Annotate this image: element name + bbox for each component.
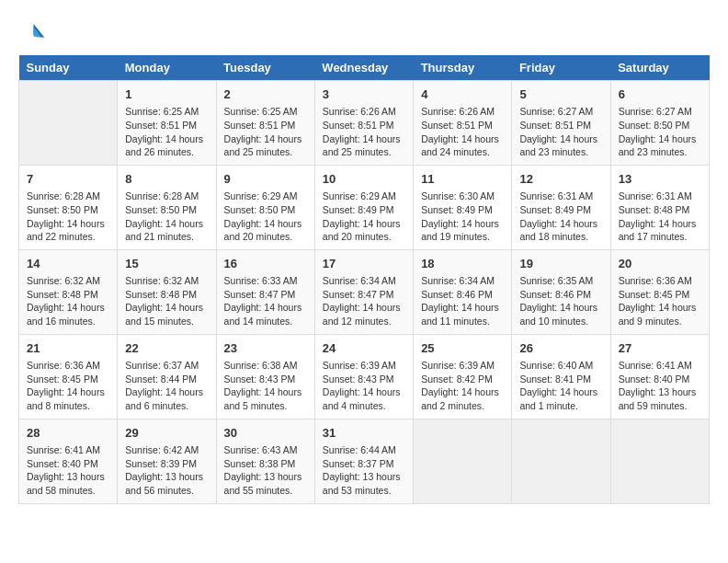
day-info: Sunrise: 6:36 AMSunset: 8:45 PMDaylight:… — [27, 359, 109, 413]
logo — [18, 18, 50, 46]
column-header-thursday: Thursday — [414, 55, 512, 81]
calendar-cell: 19Sunrise: 6:35 AMSunset: 8:46 PMDayligh… — [512, 249, 610, 334]
calendar-cell: 22Sunrise: 6:37 AMSunset: 8:44 PMDayligh… — [118, 334, 216, 419]
day-info: Sunrise: 6:36 AMSunset: 8:45 PMDaylight:… — [619, 274, 701, 328]
calendar-cell: 6Sunrise: 6:27 AMSunset: 8:50 PMDaylight… — [610, 81, 709, 166]
calendar-cell: 12Sunrise: 6:31 AMSunset: 8:49 PMDayligh… — [512, 165, 610, 249]
day-number: 6 — [619, 86, 701, 103]
day-number: 21 — [27, 340, 109, 357]
day-number: 8 — [125, 171, 208, 188]
day-number: 20 — [619, 256, 701, 272]
day-number: 27 — [619, 340, 701, 357]
day-info: Sunrise: 6:26 AMSunset: 8:51 PMDaylight:… — [323, 105, 405, 159]
day-info: Sunrise: 6:37 AMSunset: 8:44 PMDaylight:… — [125, 359, 208, 413]
week-row-3: 14Sunrise: 6:32 AMSunset: 8:48 PMDayligh… — [19, 249, 710, 334]
day-info: Sunrise: 6:43 AMSunset: 8:38 PMDaylight:… — [224, 443, 307, 498]
day-info: Sunrise: 6:40 AMSunset: 8:41 PMDaylight:… — [519, 359, 602, 413]
calendar-cell — [19, 81, 118, 166]
column-header-sunday: Sunday — [19, 55, 118, 81]
day-info: Sunrise: 6:41 AMSunset: 8:40 PMDaylight:… — [619, 359, 701, 413]
calendar-cell: 7Sunrise: 6:28 AMSunset: 8:50 PMDaylight… — [19, 165, 118, 249]
day-number: 14 — [27, 256, 109, 272]
calendar-cell: 14Sunrise: 6:32 AMSunset: 8:48 PMDayligh… — [19, 249, 118, 334]
day-number: 31 — [323, 425, 405, 442]
day-number: 29 — [125, 425, 208, 442]
day-info: Sunrise: 6:26 AMSunset: 8:51 PMDaylight:… — [421, 105, 504, 159]
day-info: Sunrise: 6:33 AMSunset: 8:47 PMDaylight:… — [224, 274, 307, 328]
day-number: 5 — [519, 86, 602, 103]
day-number: 28 — [27, 425, 109, 442]
day-number: 22 — [125, 340, 208, 357]
calendar-cell: 18Sunrise: 6:34 AMSunset: 8:46 PMDayligh… — [414, 249, 512, 334]
day-number: 2 — [224, 86, 307, 103]
day-info: Sunrise: 6:29 AMSunset: 8:49 PMDaylight:… — [323, 190, 405, 244]
column-header-friday: Friday — [512, 55, 610, 81]
calendar-cell: 24Sunrise: 6:39 AMSunset: 8:43 PMDayligh… — [314, 334, 413, 419]
calendar-cell: 15Sunrise: 6:32 AMSunset: 8:48 PMDayligh… — [118, 249, 216, 334]
day-info: Sunrise: 6:32 AMSunset: 8:48 PMDaylight:… — [27, 274, 109, 328]
day-number: 7 — [27, 171, 109, 188]
header-row: SundayMondayTuesdayWednesdayThursdayFrid… — [19, 55, 710, 81]
calendar-cell: 25Sunrise: 6:39 AMSunset: 8:42 PMDayligh… — [414, 334, 512, 419]
day-info: Sunrise: 6:27 AMSunset: 8:51 PMDaylight:… — [519, 105, 602, 159]
calendar-cell: 8Sunrise: 6:28 AMSunset: 8:50 PMDaylight… — [118, 165, 216, 249]
calendar-cell — [512, 419, 610, 503]
week-row-5: 28Sunrise: 6:41 AMSunset: 8:40 PMDayligh… — [19, 419, 710, 503]
day-info: Sunrise: 6:39 AMSunset: 8:42 PMDaylight:… — [421, 359, 504, 413]
day-info: Sunrise: 6:28 AMSunset: 8:50 PMDaylight:… — [125, 190, 208, 244]
column-header-monday: Monday — [118, 55, 216, 81]
week-row-4: 21Sunrise: 6:36 AMSunset: 8:45 PMDayligh… — [19, 334, 710, 419]
week-row-1: 1Sunrise: 6:25 AMSunset: 8:51 PMDaylight… — [19, 81, 710, 166]
day-number: 3 — [323, 86, 405, 103]
calendar-cell: 23Sunrise: 6:38 AMSunset: 8:43 PMDayligh… — [216, 334, 314, 419]
calendar-cell: 13Sunrise: 6:31 AMSunset: 8:48 PMDayligh… — [610, 165, 709, 249]
day-number: 23 — [224, 340, 307, 357]
calendar-cell: 30Sunrise: 6:43 AMSunset: 8:38 PMDayligh… — [216, 419, 314, 503]
calendar-cell: 10Sunrise: 6:29 AMSunset: 8:49 PMDayligh… — [314, 165, 413, 249]
day-number: 18 — [421, 256, 504, 272]
calendar-cell: 29Sunrise: 6:42 AMSunset: 8:39 PMDayligh… — [118, 419, 216, 503]
day-info: Sunrise: 6:38 AMSunset: 8:43 PMDaylight:… — [224, 359, 307, 413]
day-info: Sunrise: 6:41 AMSunset: 8:40 PMDaylight:… — [27, 443, 109, 498]
day-number: 19 — [519, 256, 602, 272]
calendar-cell: 9Sunrise: 6:29 AMSunset: 8:50 PMDaylight… — [216, 165, 314, 249]
day-number: 26 — [519, 340, 602, 357]
calendar-cell: 26Sunrise: 6:40 AMSunset: 8:41 PMDayligh… — [512, 334, 610, 419]
day-number: 30 — [224, 425, 307, 442]
day-info: Sunrise: 6:27 AMSunset: 8:50 PMDaylight:… — [619, 105, 701, 159]
day-info: Sunrise: 6:31 AMSunset: 8:48 PMDaylight:… — [619, 190, 701, 244]
calendar-cell: 17Sunrise: 6:34 AMSunset: 8:47 PMDayligh… — [314, 249, 413, 334]
week-row-2: 7Sunrise: 6:28 AMSunset: 8:50 PMDaylight… — [19, 165, 710, 249]
day-number: 10 — [323, 171, 405, 188]
calendar-cell: 11Sunrise: 6:30 AMSunset: 8:49 PMDayligh… — [414, 165, 512, 249]
calendar-cell — [610, 419, 709, 503]
calendar-cell: 1Sunrise: 6:25 AMSunset: 8:51 PMDaylight… — [118, 81, 216, 166]
day-info: Sunrise: 6:39 AMSunset: 8:43 PMDaylight:… — [323, 359, 405, 413]
day-number: 15 — [125, 256, 208, 272]
calendar-cell — [414, 419, 512, 503]
day-number: 11 — [421, 171, 504, 188]
calendar-cell: 28Sunrise: 6:41 AMSunset: 8:40 PMDayligh… — [19, 419, 118, 503]
day-number: 4 — [421, 86, 504, 103]
day-info: Sunrise: 6:25 AMSunset: 8:51 PMDaylight:… — [224, 105, 307, 159]
day-info: Sunrise: 6:32 AMSunset: 8:48 PMDaylight:… — [125, 274, 208, 328]
column-header-saturday: Saturday — [610, 55, 709, 81]
day-info: Sunrise: 6:35 AMSunset: 8:46 PMDaylight:… — [519, 274, 602, 328]
day-info: Sunrise: 6:44 AMSunset: 8:37 PMDaylight:… — [323, 443, 405, 498]
calendar-cell: 4Sunrise: 6:26 AMSunset: 8:51 PMDaylight… — [414, 81, 512, 166]
day-number: 13 — [619, 171, 701, 188]
calendar-cell: 20Sunrise: 6:36 AMSunset: 8:45 PMDayligh… — [610, 249, 709, 334]
day-info: Sunrise: 6:34 AMSunset: 8:46 PMDaylight:… — [421, 274, 504, 328]
calendar-cell: 31Sunrise: 6:44 AMSunset: 8:37 PMDayligh… — [314, 419, 413, 503]
column-header-tuesday: Tuesday — [216, 55, 314, 81]
calendar-table: SundayMondayTuesdayWednesdayThursdayFrid… — [18, 55, 710, 504]
logo-icon — [18, 18, 46, 46]
calendar-cell: 5Sunrise: 6:27 AMSunset: 8:51 PMDaylight… — [512, 81, 610, 166]
day-number: 12 — [519, 171, 602, 188]
calendar-cell: 16Sunrise: 6:33 AMSunset: 8:47 PMDayligh… — [216, 249, 314, 334]
calendar-cell: 21Sunrise: 6:36 AMSunset: 8:45 PMDayligh… — [19, 334, 118, 419]
day-number: 1 — [125, 86, 208, 103]
day-info: Sunrise: 6:28 AMSunset: 8:50 PMDaylight:… — [27, 190, 109, 244]
calendar-cell: 2Sunrise: 6:25 AMSunset: 8:51 PMDaylight… — [216, 81, 314, 166]
calendar-cell: 3Sunrise: 6:26 AMSunset: 8:51 PMDaylight… — [314, 81, 413, 166]
